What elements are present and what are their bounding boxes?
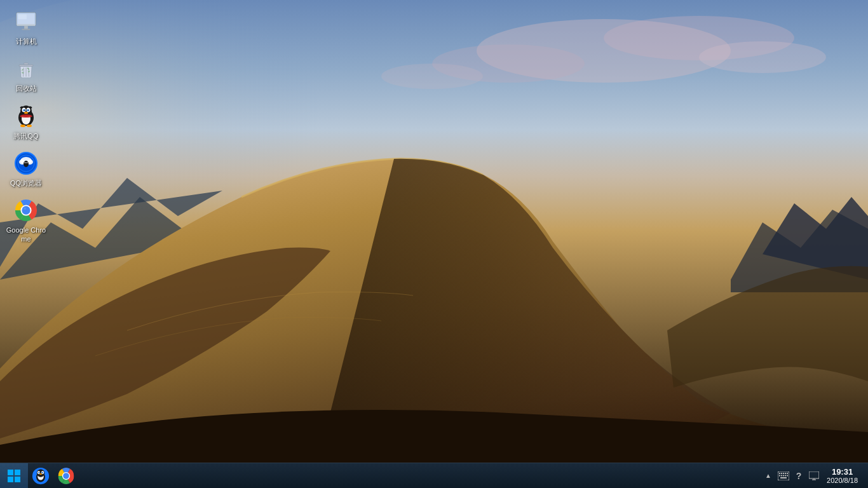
desktop-icon-qq[interactable]: 腾讯QQ <box>3 101 49 143</box>
qq-icon-label: 腾讯QQ <box>13 132 38 140</box>
svg-rect-52 <box>15 477 20 482</box>
desktop-icons: 计算机 <box>3 6 49 247</box>
svg-rect-67 <box>779 473 780 474</box>
qq-icon <box>13 104 39 129</box>
taskbar-tray: ▲ ? <box>761 463 868 488</box>
clock[interactable]: 19:31 2020/8/18 <box>822 463 863 489</box>
taskbar: ▲ ? <box>0 463 868 488</box>
svg-point-47 <box>22 207 30 215</box>
svg-point-44 <box>27 162 27 163</box>
tray-help-icon[interactable]: ? <box>791 463 806 489</box>
recycle-icon-label: 回收站 <box>16 84 37 93</box>
desktop: 计算机 <box>0 0 868 463</box>
svg-point-27 <box>28 109 29 111</box>
qq-browser-icon-label: QQ浏览器 <box>10 179 42 187</box>
clock-date: 2020/8/18 <box>827 477 858 484</box>
svg-point-65 <box>63 473 69 479</box>
svg-rect-77 <box>780 477 787 478</box>
svg-rect-18 <box>24 63 28 65</box>
svg-rect-51 <box>8 477 13 482</box>
svg-point-5 <box>699 41 826 73</box>
taskbar-qq-icon[interactable] <box>29 464 52 487</box>
svg-rect-12 <box>22 29 30 30</box>
svg-rect-17 <box>19 65 33 67</box>
tray-show-hidden-button[interactable]: ▲ <box>761 463 776 489</box>
desktop-icon-recycle[interactable]: 回收站 <box>3 53 49 95</box>
svg-point-43 <box>25 162 25 163</box>
svg-rect-72 <box>779 475 780 476</box>
svg-rect-76 <box>787 475 788 476</box>
svg-rect-68 <box>781 473 782 474</box>
svg-rect-74 <box>783 475 784 476</box>
computer-icon <box>13 9 39 34</box>
svg-point-29 <box>20 125 25 127</box>
svg-rect-71 <box>787 473 788 474</box>
svg-point-6 <box>381 64 483 89</box>
svg-point-63 <box>39 473 42 474</box>
svg-point-30 <box>27 125 32 127</box>
taskbar-chrome-icon[interactable] <box>55 464 78 487</box>
svg-rect-49 <box>8 470 13 475</box>
svg-rect-13 <box>17 24 36 26</box>
svg-rect-10 <box>18 15 27 20</box>
desktop-icon-chrome[interactable]: Google Chrome <box>3 195 49 247</box>
recycle-icon <box>13 56 39 81</box>
desktop-icon-computer[interactable]: 计算机 <box>3 6 49 48</box>
desktop-icon-qq-browser[interactable]: QQ浏览器 <box>3 148 49 190</box>
svg-rect-11 <box>24 26 28 29</box>
chrome-icon-label: Google Chrome <box>6 226 46 244</box>
svg-rect-73 <box>781 475 782 476</box>
chrome-icon <box>13 198 39 223</box>
tray-keyboard-icon[interactable] <box>776 463 791 489</box>
svg-point-28 <box>24 112 28 114</box>
svg-point-61 <box>39 472 39 473</box>
start-button[interactable] <box>0 463 28 489</box>
svg-rect-50 <box>15 470 20 475</box>
computer-icon-label: 计算机 <box>16 37 37 46</box>
svg-rect-78 <box>809 471 819 478</box>
clock-time: 19:31 <box>832 467 853 477</box>
svg-point-62 <box>42 472 43 473</box>
svg-point-48 <box>24 207 26 210</box>
wallpaper-dunes <box>0 0 868 463</box>
svg-rect-75 <box>785 475 786 476</box>
svg-rect-70 <box>785 473 786 474</box>
qq-browser-icon <box>13 151 39 176</box>
svg-rect-69 <box>783 473 784 474</box>
svg-point-26 <box>24 109 25 111</box>
tray-display-icon[interactable] <box>806 463 822 489</box>
